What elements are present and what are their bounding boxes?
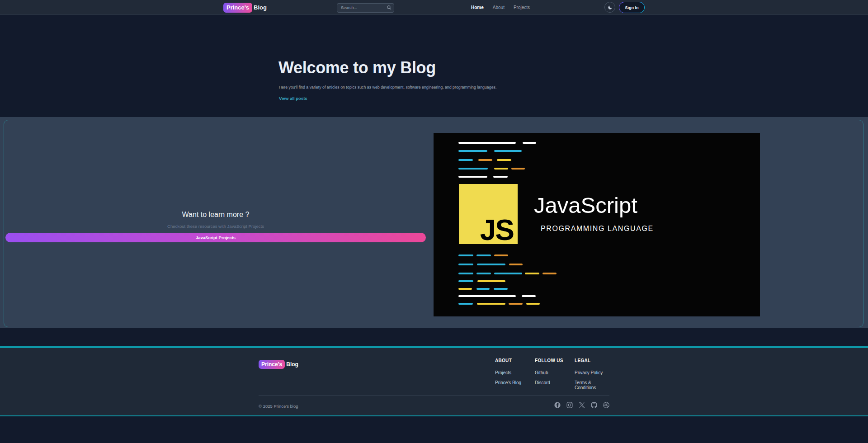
nav-link-projects[interactable]: Projects: [514, 5, 530, 10]
js-logo-text: JS: [480, 220, 514, 240]
footer-column-title: FOLLOW US: [535, 358, 563, 363]
javascript-projects-button[interactable]: JavaScript Projects: [5, 233, 426, 242]
footer-inner: Prince's Blog ABOUTProjectsPrince's Blog…: [259, 348, 609, 415]
theme-toggle-button[interactable]: [604, 2, 615, 13]
code-line-segment: [458, 295, 516, 297]
code-line-segment: [458, 264, 473, 265]
footer-column-title: ABOUT: [495, 358, 521, 363]
sign-in-button[interactable]: Sign In: [619, 2, 645, 13]
code-line-segment: [458, 273, 473, 274]
code-line-segment: [494, 288, 508, 290]
code-line-segment: [476, 288, 490, 290]
code-line-segment: [511, 168, 525, 170]
code-line-segment: [458, 142, 516, 144]
hero-section: Welcome to my Blog Here you'll find a va…: [0, 15, 868, 117]
navbar: Prince's Blog HomeAboutProjects Sign In: [0, 0, 868, 15]
spacer-strip: [0, 328, 868, 346]
code-line-segment: [525, 273, 539, 274]
code-line-segment: [526, 303, 540, 305]
promo-heading: Want to learn more ?: [5, 211, 426, 219]
copyright-text: © 2025 Prince's blog: [259, 404, 298, 409]
x-icon[interactable]: [579, 402, 585, 408]
footer-link-privacy-policy[interactable]: Privacy Policy: [575, 370, 609, 375]
code-line-segment: [509, 264, 523, 265]
footer-column-title: LEGAL: [575, 358, 609, 363]
dribbble-icon[interactable]: [603, 402, 609, 408]
promo-border-box: Want to learn more ? Checkout these reso…: [4, 120, 863, 327]
search-bar: [337, 3, 394, 12]
logo-pill: Prince's: [223, 3, 252, 13]
footer-link-terms-conditions[interactable]: Terms & Conditions: [575, 380, 609, 390]
search-icon[interactable]: [387, 5, 392, 10]
footer-link-projects[interactable]: Projects: [495, 370, 521, 375]
footer-link-prince-s-blog[interactable]: Prince's Blog: [495, 380, 521, 385]
code-line-segment: [497, 159, 511, 161]
page: Prince's Blog HomeAboutProjects Sign In …: [0, 0, 868, 443]
code-line-segment: [458, 159, 473, 161]
code-line-segment: [476, 273, 491, 274]
github-icon[interactable]: [591, 402, 597, 408]
code-line-segment: [494, 273, 522, 274]
hero-subtitle: Here you'll find a variety of articles o…: [279, 85, 496, 90]
footer-divider: [259, 396, 609, 396]
footer-column-about: ABOUTProjectsPrince's Blog: [495, 358, 521, 390]
nav-link-about[interactable]: About: [493, 5, 505, 10]
facebook-icon[interactable]: [554, 402, 561, 408]
moon-icon: [608, 5, 613, 10]
bottom-strip: [0, 416, 868, 443]
code-line-segment: [458, 303, 473, 305]
footer-link-discord[interactable]: Discord: [535, 380, 563, 385]
code-line-segment: [477, 303, 505, 305]
code-line-segment: [458, 288, 472, 290]
logo-text: Blog: [254, 4, 267, 11]
footer-column-legal: LEGALPrivacy PolicyTerms & Conditions: [575, 358, 609, 395]
code-line-segment: [523, 142, 536, 144]
site-logo[interactable]: Prince's Blog: [223, 0, 267, 15]
code-line-segment: [542, 273, 557, 274]
code-line-segment: [509, 303, 523, 305]
code-line-segment: [478, 159, 492, 161]
code-line-segment: [458, 176, 487, 178]
banner-title: JavaScript: [534, 193, 637, 218]
code-line-segment: [458, 254, 473, 256]
instagram-icon[interactable]: [566, 402, 573, 408]
js-logo-square: JS: [459, 184, 518, 244]
search-input[interactable]: [337, 3, 394, 13]
social-icons: [554, 402, 609, 408]
promo-content: Want to learn more ? Checkout these reso…: [5, 211, 426, 242]
banner-subtitle: PROGRAMMING LANGUAGE: [541, 225, 654, 233]
code-line-segment: [494, 150, 522, 152]
view-all-posts-link[interactable]: View all posts: [279, 96, 307, 101]
code-line-segment: [494, 168, 508, 170]
code-line-segment: [477, 280, 505, 282]
promo-section: Want to learn more ? Checkout these reso…: [0, 117, 868, 328]
code-line-segment: [476, 254, 491, 256]
code-line-segment: [494, 254, 508, 256]
code-line-segment: [458, 280, 473, 282]
nav-links: HomeAboutProjects: [471, 0, 530, 15]
code-line-segment: [493, 176, 508, 178]
hero-title: Welcome to my Blog: [278, 60, 436, 76]
code-line-segment: [458, 150, 487, 152]
footer-link-github[interactable]: Github: [535, 370, 563, 375]
footer: Prince's Blog ABOUTProjectsPrince's Blog…: [0, 348, 868, 416]
javascript-banner-image: JS JavaScript PROGRAMMING LANGUAGE: [434, 133, 760, 316]
code-line-segment: [458, 168, 488, 170]
code-line-segment: [522, 295, 536, 297]
nav-link-home[interactable]: Home: [471, 5, 484, 10]
code-line-segment: [477, 264, 505, 265]
footer-column-follow-us: FOLLOW USGithubDiscord: [535, 358, 563, 390]
promo-subheading: Checkout these resources with JavaScript…: [5, 224, 426, 229]
